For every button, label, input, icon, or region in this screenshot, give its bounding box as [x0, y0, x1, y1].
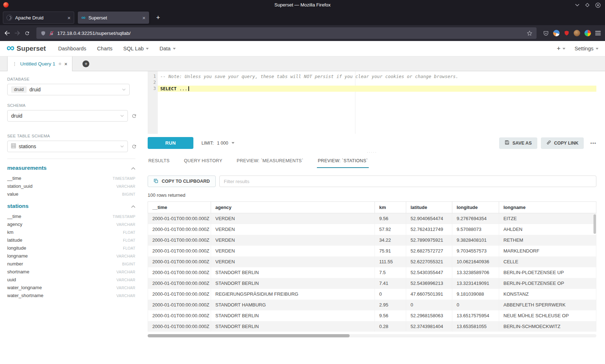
table-row: 2000-01-01T00:00:00.000ZVERDEN34.2252.78… [148, 235, 596, 246]
drag-handle-icon[interactable]: ⋮ [12, 61, 17, 67]
nav-charts[interactable]: Charts [97, 46, 113, 51]
table-cell: 9.7034557573 [452, 246, 499, 256]
table-select[interactable]: stations [7, 141, 128, 152]
superset-logo[interactable]: ∞ Superset [6, 44, 46, 53]
refresh-table-icon[interactable] [131, 144, 137, 149]
extension-pinwheel-icon[interactable] [584, 30, 591, 36]
column-header-longitude[interactable]: longitude [452, 202, 499, 213]
nav-sql-lab[interactable]: SQL Lab [123, 46, 149, 51]
query-tab-title[interactable]: Untitled Query 1 [20, 61, 55, 67]
sql-keyword: SELECT [160, 86, 176, 91]
table-cell: 2000-01-01T00:00:00.000Z [148, 267, 211, 278]
tab-preview-stations[interactable]: PREVIEW: `STATIONS` [317, 155, 368, 168]
resize-handle[interactable]: ····· [148, 149, 596, 155]
table-row: 2000-01-01T00:00:00.000ZSTANDORT HAMBURG… [148, 300, 596, 310]
table-cell: 0 [452, 300, 499, 310]
refresh-schema-icon[interactable] [131, 113, 137, 119]
minimize-icon[interactable] [575, 4, 579, 6]
column-header-agency[interactable]: agency [211, 202, 375, 213]
ublock-icon[interactable] [564, 30, 569, 36]
menu-icon[interactable] [595, 31, 601, 35]
column-header-km[interactable]: km [375, 202, 406, 213]
schema-section-stations: stations __timeTIMESTAMPagencyVARCHARkmF… [7, 203, 137, 299]
add-new-button[interactable]: + [557, 45, 565, 53]
collapse-icon[interactable] [131, 203, 135, 209]
column-name: latitude [7, 237, 22, 243]
vertical-scrollbar[interactable] [593, 214, 596, 234]
titlebar[interactable]: Superset — Mozilla Firefox [0, 0, 605, 10]
close-query-tab-icon[interactable]: × [64, 61, 68, 67]
copy-to-clipboard-button[interactable]: COPY TO CLIPBOARD [148, 176, 216, 187]
bookmark-star-icon[interactable] [527, 31, 532, 36]
database-select[interactable]: druid druid [7, 84, 130, 95]
column-header-longname[interactable]: longname [499, 202, 596, 213]
caret-down-icon [596, 48, 599, 50]
browser-tab-superset[interactable]: ∞ Superset × [78, 12, 149, 24]
main-nav: Dashboards Charts SQL Lab Data [58, 46, 175, 51]
add-query-tab-button[interactable]: + [82, 60, 89, 67]
sqllab-sidebar: DATABASE druid druid SCHEMA druid [0, 71, 144, 364]
horizontal-scrollbar[interactable] [148, 334, 596, 337]
line-number: 2 [148, 79, 156, 86]
collapse-icon[interactable] [131, 165, 135, 171]
table-name-measurements[interactable]: measurements [7, 165, 46, 171]
settings-menu[interactable]: Settings [575, 46, 599, 51]
extension-avatar-icon[interactable] [574, 30, 580, 36]
query-tab-active[interactable]: ⋮ Untitled Query 1 × [7, 56, 72, 71]
tab-results[interactable]: RESULTS [148, 155, 170, 168]
nav-label: Charts [97, 46, 113, 51]
copy-link-label: COPY LINK [554, 141, 579, 146]
table-cell: 9.56 [375, 213, 406, 224]
account-icon[interactable] [553, 30, 560, 36]
reload-icon[interactable] [24, 31, 30, 36]
tab-query-history[interactable]: QUERY HISTORY [183, 155, 223, 168]
new-tab-button[interactable]: + [153, 12, 163, 23]
column-header-latitude[interactable]: latitude [406, 202, 452, 213]
plus-icon: + [557, 45, 561, 53]
table-name-stations[interactable]: stations [7, 203, 28, 209]
editor-code-area[interactable]: -- Note: Unless you save your query, the… [158, 71, 596, 134]
lock-insecure-icon[interactable] [49, 31, 54, 36]
close-tab-icon[interactable]: × [67, 15, 71, 21]
browser-tab-apache-druid[interactable]: Apache Druid × [3, 12, 74, 24]
column-name: shortname [7, 269, 29, 274]
tab-preview-measurements[interactable]: PREVIEW: `MEASUREMENTS` [236, 155, 304, 168]
close-window-icon[interactable] [595, 3, 601, 8]
schema-select[interactable]: druid [7, 110, 128, 122]
save-as-button[interactable]: SAVE AS [499, 137, 537, 149]
column-header-time[interactable]: __time [148, 202, 211, 213]
more-options-button[interactable]: ••• [590, 140, 596, 146]
pocket-icon[interactable] [543, 31, 549, 36]
back-icon[interactable] [4, 31, 10, 36]
nav-dashboards[interactable]: Dashboards [58, 46, 86, 51]
filter-results-input[interactable] [219, 176, 596, 187]
tab-title: Apache Druid [15, 15, 64, 21]
url-text[interactable]: 172.18.0.4:32251/superset/sqllab/ [57, 31, 524, 36]
column-type: BIGINT [122, 192, 135, 196]
table-cell: 2000-01-01T00:00:00.000Z [148, 224, 211, 235]
browser-navbar: 172.18.0.4:32251/superset/sqllab/ [0, 25, 605, 41]
sql-editor[interactable]: 1 2 3 -- Note: Unless you save your quer… [148, 71, 596, 134]
table-cell: 52.6227055321 [406, 256, 452, 267]
schema-column-row: longnameVARCHAR [7, 252, 135, 260]
column-type: VARCHAR [116, 278, 135, 282]
url-bar[interactable]: 172.18.0.4:32251/superset/sqllab/ [36, 27, 537, 39]
copy-link-button[interactable]: COPY LINK [541, 137, 584, 149]
results-tab-bar: RESULTS QUERY HISTORY PREVIEW: `MEASUREM… [148, 155, 596, 168]
close-tab-icon[interactable]: × [142, 15, 145, 21]
schema-column-row: water_longnameVARCHAR [7, 283, 135, 291]
druid-favicon [6, 15, 12, 21]
table-cell: RETHEM [499, 235, 596, 246]
maximize-icon[interactable] [585, 3, 590, 7]
column-type: FLOAT [123, 238, 135, 242]
limit-dropdown[interactable]: LIMIT: 1 000 [201, 141, 234, 146]
nav-label: SQL Lab [123, 46, 144, 51]
table-cell: 9.3828408101 [452, 235, 499, 246]
scrollbar-thumb[interactable] [148, 334, 350, 337]
forward-icon[interactable] [14, 31, 20, 36]
nav-data[interactable]: Data [160, 46, 176, 51]
run-button[interactable]: RUN [148, 137, 193, 149]
shield-icon[interactable] [41, 31, 46, 36]
nav-label: Dashboards [58, 46, 86, 51]
schema-column-row: water_shortnameVARCHAR [7, 291, 135, 299]
